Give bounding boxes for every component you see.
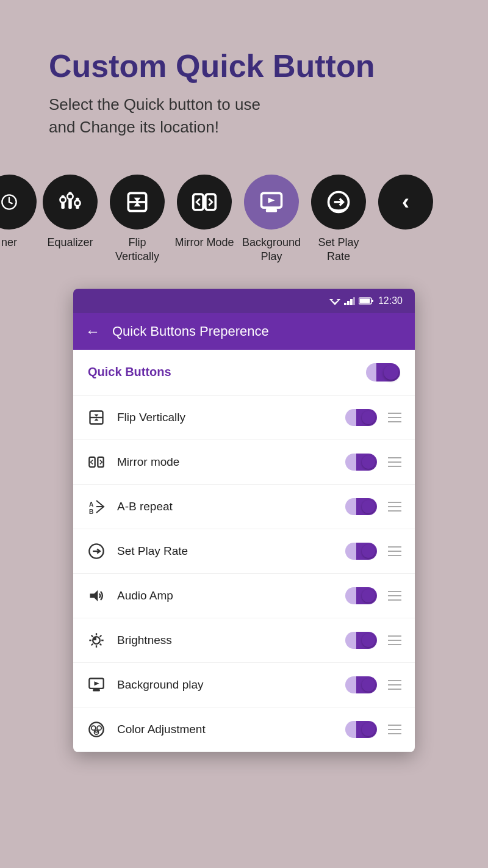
svg-rect-21 (353, 297, 355, 305)
svg-point-6 (74, 200, 80, 206)
flip-v-icon (85, 407, 107, 429)
play-rate-icon (85, 540, 107, 562)
svg-point-5 (67, 193, 73, 199)
phone-mockup: 12:30 ← Quick Buttons Preperence Quick B… (73, 289, 415, 752)
list-item-background-play: Background play (73, 663, 415, 707)
background-play-drag-handle[interactable] (387, 678, 403, 692)
color-icon (85, 718, 107, 740)
list-container: Flip Vertically Mirror mode (73, 396, 415, 752)
color-adjustment-drag-handle[interactable] (387, 722, 403, 737)
icon-item-back[interactable]: ‹ (372, 175, 439, 236)
color-adjustment-label: Color Adjustment (117, 723, 336, 736)
ab-repeat-toggle[interactable] (345, 498, 377, 515)
svg-point-40 (97, 726, 101, 730)
list-item-mirror-mode: Mirror mode (73, 440, 415, 485)
mirror-mode-toggle[interactable] (345, 454, 377, 471)
icon-circle-timer[interactable] (0, 175, 37, 230)
app-bar-title: Quick Buttons Preperence (112, 324, 269, 339)
icon-item-flip-vertically[interactable]: FlipVertically (104, 175, 171, 264)
svg-marker-37 (95, 681, 99, 685)
brightness-drag-handle[interactable] (387, 633, 403, 648)
svg-rect-9 (193, 194, 204, 210)
mirror-mode-label: Mirror mode (117, 455, 336, 469)
icon-item-background-play[interactable]: Background Play (238, 175, 305, 264)
icon-circle-equalizer[interactable] (43, 175, 98, 230)
icon-item-mirror-mode[interactable]: Mirror Mode (171, 175, 238, 250)
back-button[interactable]: ← (85, 323, 100, 340)
header-section: Custom Quick Button Select the Quick but… (0, 0, 488, 162)
icon-circle-back[interactable]: ‹ (378, 175, 433, 230)
svg-rect-24 (371, 300, 373, 302)
page-title: Custom Quick Button (49, 49, 439, 84)
color-adjustment-toggle[interactable] (345, 721, 377, 738)
ab-repeat-label: A-B repeat (117, 500, 336, 513)
svg-rect-23 (359, 298, 370, 303)
quick-buttons-label: Quick Buttons (88, 365, 171, 379)
status-bar: 12:30 (73, 289, 415, 313)
status-icons (329, 297, 373, 305)
flip-vertically-toggle[interactable] (345, 409, 377, 426)
svg-rect-36 (93, 689, 100, 692)
icon-circle-flip-vertically[interactable] (110, 175, 165, 230)
svg-marker-33 (90, 590, 98, 601)
svg-point-4 (60, 197, 66, 203)
svg-rect-10 (206, 194, 216, 210)
mirror-mode-drag-handle[interactable] (387, 455, 403, 469)
quick-buttons-row: Quick Buttons (73, 350, 415, 396)
icon-circle-set-play-rate[interactable] (311, 175, 366, 230)
bg-play-icon (85, 674, 107, 696)
app-bar: ← Quick Buttons Preperence (73, 313, 415, 350)
flip-vertically-label: Flip Vertically (117, 411, 336, 424)
list-item-color-adjustment: Color Adjustment (73, 707, 415, 752)
icon-circle-background-play[interactable] (244, 175, 299, 230)
icon-row: ner Equalizer FlipVertically (0, 162, 488, 289)
svg-rect-18 (344, 303, 346, 305)
list-item-audio-amp: Audio Amp (73, 574, 415, 618)
audio-icon (85, 585, 107, 607)
list-item-ab-repeat: A B A-B repeat (73, 485, 415, 529)
mirror-icon (85, 451, 107, 473)
set-play-rate-toggle[interactable] (345, 543, 377, 560)
audio-amp-toggle[interactable] (345, 587, 377, 604)
flip-vertically-drag-handle[interactable] (387, 410, 403, 425)
icon-label-background-play: Background Play (241, 236, 302, 264)
brightness-icon (85, 629, 107, 651)
icon-label-mirror-mode: Mirror Mode (174, 236, 234, 250)
svg-rect-19 (347, 301, 350, 305)
icon-label-flip-vertically: FlipVertically (115, 236, 159, 264)
background-play-toggle[interactable] (345, 676, 377, 693)
icon-item-equalizer[interactable]: Equalizer (37, 175, 104, 250)
set-play-rate-label: Set Play Rate (117, 544, 336, 558)
set-play-rate-drag-handle[interactable] (387, 544, 403, 559)
ab-repeat-drag-handle[interactable] (387, 499, 403, 514)
brightness-label: Brightness (117, 634, 336, 647)
svg-marker-13 (268, 198, 275, 203)
svg-text:A: A (89, 501, 93, 508)
list-item-set-play-rate: Set Play Rate (73, 529, 415, 574)
icon-circle-mirror-mode[interactable] (177, 175, 232, 230)
svg-rect-12 (266, 209, 277, 212)
icon-label-equalizer: Equalizer (47, 236, 93, 250)
background-play-label: Background play (117, 678, 336, 692)
quick-buttons-toggle[interactable] (366, 363, 400, 382)
ab-icon: A B (85, 496, 107, 518)
icon-label-timer: ner (1, 236, 17, 250)
icon-label-set-play-rate: Set Play Rate (308, 236, 369, 264)
audio-amp-drag-handle[interactable] (387, 588, 403, 603)
list-item-brightness: Brightness (73, 618, 415, 663)
status-time: 12:30 (378, 295, 403, 306)
audio-amp-label: Audio Amp (117, 589, 336, 602)
svg-rect-20 (350, 299, 353, 305)
svg-point-39 (92, 726, 96, 730)
brightness-toggle[interactable] (345, 632, 377, 649)
icon-item-set-play-rate[interactable]: Set Play Rate (305, 175, 372, 264)
list-item-flip-vertically: Flip Vertically (73, 396, 415, 440)
page-subtitle: Select the Quick button to useand Change… (49, 93, 439, 138)
svg-text:B: B (89, 508, 93, 515)
icon-item-partial[interactable]: ner (0, 175, 37, 250)
